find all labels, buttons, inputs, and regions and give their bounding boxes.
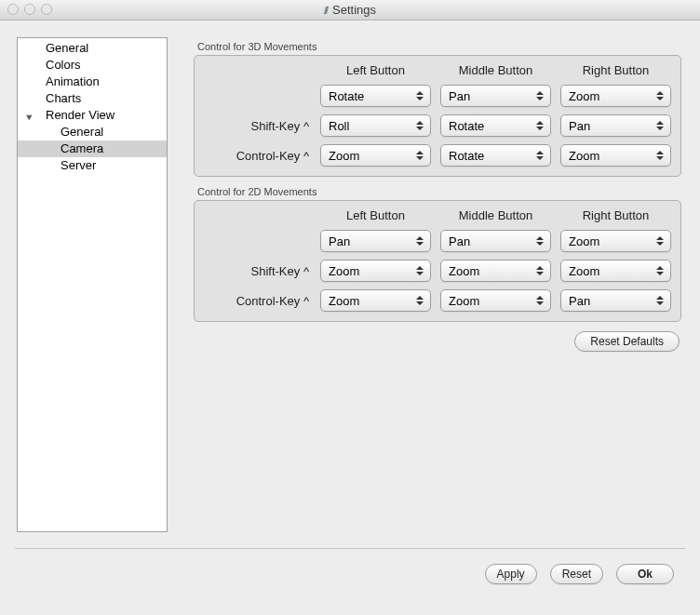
select-2d-control-middle[interactable]: Zoom (440, 289, 551, 312)
updown-icon (653, 87, 667, 104)
select-2d-shift-left[interactable]: Zoom (320, 260, 431, 282)
col-right-3d: Right Button (560, 63, 671, 77)
updown-icon (653, 147, 667, 164)
titlebar: /// Settings (0, 0, 700, 20)
col-middle-2d: Middle Button (440, 208, 551, 222)
row-shift-2d: Shift-Key ^ (204, 264, 311, 278)
select-2d-none-middle[interactable]: Pan (440, 230, 551, 252)
window-title: Settings (332, 3, 376, 17)
group-3d-movements: Left Button Middle Button Right Button R… (194, 55, 681, 177)
updown-icon (412, 233, 427, 249)
col-middle-3d: Middle Button (440, 63, 551, 77)
close-icon[interactable] (7, 4, 19, 15)
updown-icon (412, 292, 427, 309)
ok-button[interactable]: Ok (616, 564, 674, 584)
row-control-2d: Control-Key ^ (204, 294, 311, 308)
updown-icon (653, 117, 667, 134)
select-2d-none-left[interactable]: Pan (320, 230, 431, 252)
sidebar-item-colors[interactable]: Colors (18, 57, 167, 74)
sidebar-item-rv-camera[interactable]: Camera (18, 140, 167, 157)
sidebar-item-rv-general[interactable]: General (18, 124, 167, 140)
select-2d-shift-middle[interactable]: Zoom (440, 260, 551, 282)
select-2d-control-left[interactable]: Zoom (320, 289, 431, 312)
select-2d-control-right[interactable]: Pan (560, 289, 671, 312)
updown-icon (532, 262, 547, 279)
updown-icon (412, 87, 427, 104)
zoom-icon[interactable] (41, 4, 52, 15)
minimize-icon[interactable] (24, 4, 35, 15)
updown-icon (412, 147, 427, 164)
sidebar-item-animation[interactable]: Animation (18, 74, 167, 90)
row-control-3d: Control-Key ^ (204, 149, 311, 163)
disclosure-triangle-icon[interactable]: ▼ (24, 110, 34, 125)
row-shift-3d: Shift-Key ^ (204, 119, 311, 133)
updown-icon (412, 262, 427, 279)
updown-icon (532, 147, 547, 164)
select-3d-none-middle[interactable]: Pan (440, 85, 551, 107)
sidebar-item-rv-server[interactable]: Server (18, 157, 167, 174)
app-logo-icon: /// (324, 5, 327, 16)
apply-button[interactable]: Apply (485, 564, 537, 584)
reset-defaults-button[interactable]: Reset Defaults (574, 331, 680, 352)
select-3d-control-right[interactable]: Zoom (560, 144, 671, 167)
group-2d-movements: Left Button Middle Button Right Button P… (194, 200, 681, 322)
updown-icon (412, 117, 427, 134)
updown-icon (532, 117, 547, 134)
reset-button[interactable]: Reset (550, 564, 603, 584)
col-left-2d: Left Button (320, 208, 431, 222)
group-title-3d: Control for 3D Movements (197, 41, 681, 52)
select-3d-shift-left[interactable]: Roll (320, 114, 431, 137)
dialog-footer: Apply Reset Ok (0, 549, 700, 599)
group-title-2d: Control for 2D Movements (197, 186, 681, 197)
updown-icon (532, 233, 547, 249)
select-3d-none-right[interactable]: Zoom (560, 85, 671, 107)
sidebar-item-render-view[interactable]: ▼ Render View (18, 107, 167, 124)
select-3d-shift-middle[interactable]: Rotate (440, 114, 551, 137)
select-3d-none-left[interactable]: Rotate (320, 85, 431, 107)
updown-icon (653, 262, 667, 279)
select-2d-shift-right[interactable]: Zoom (560, 260, 671, 282)
updown-icon (532, 292, 547, 309)
updown-icon (653, 292, 667, 309)
select-3d-shift-right[interactable]: Pan (560, 114, 671, 137)
select-2d-none-right[interactable]: Zoom (560, 230, 671, 252)
select-3d-control-left[interactable]: Zoom (320, 144, 431, 167)
window-controls (7, 4, 52, 15)
col-right-2d: Right Button (560, 208, 671, 222)
sidebar-item-general[interactable]: General (18, 40, 167, 57)
updown-icon (653, 233, 667, 249)
settings-sidebar: General Colors Animation Charts ▼ Render… (17, 37, 168, 532)
select-3d-control-middle[interactable]: Rotate (440, 144, 551, 167)
updown-icon (532, 87, 547, 104)
col-left-3d: Left Button (320, 63, 431, 77)
sidebar-item-charts[interactable]: Charts (18, 90, 167, 107)
